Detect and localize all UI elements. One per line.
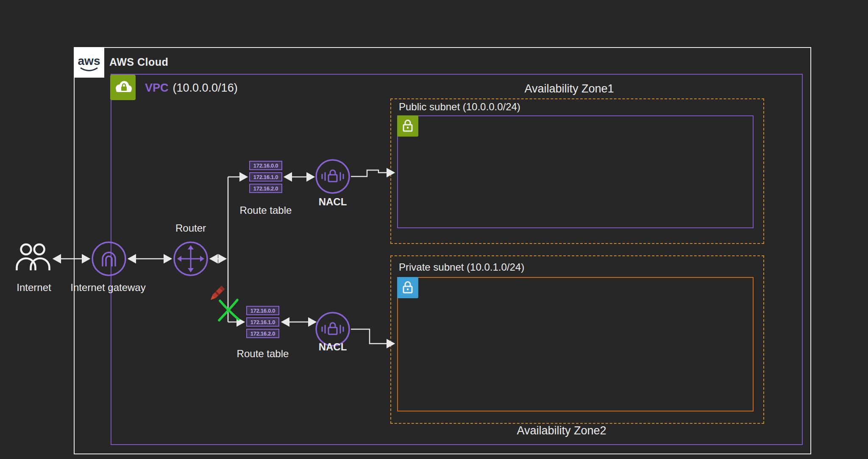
- private-subnet-label: Private subnet (10.0.1.0/24): [399, 261, 524, 273]
- vpc-label: VPC(10.0.0.0/16): [145, 81, 238, 95]
- route-table-top: 172.16.0.0 172.16.1.0 172.16.2.0: [249, 161, 282, 193]
- availability-zone1-label: Availability Zone1: [484, 82, 654, 95]
- users-icon: [14, 239, 52, 277]
- blue-lock-icon: [397, 277, 418, 298]
- route-entry: 172.16.1.0: [246, 317, 279, 327]
- public-subnet-label: Public subnet (10.0.0.0/24): [399, 101, 520, 113]
- green-lock-icon: [397, 115, 418, 137]
- vpc-icon: [110, 75, 136, 100]
- router-label: Router: [157, 222, 225, 234]
- router-arrows-icon: [173, 241, 209, 277]
- nacl-top-icon: [315, 159, 351, 196]
- internet-gateway-icon: [91, 241, 127, 278]
- private-subnet-icon: [397, 277, 418, 300]
- route-entry: 172.16.2.0: [249, 184, 282, 193]
- vpc-cloud-icon: [110, 75, 136, 100]
- aws-logo: aws: [74, 47, 104, 78]
- aws-cloud-label: AWS Cloud: [109, 56, 168, 68]
- vpc-name: VPC: [145, 81, 169, 94]
- route-entry: 172.16.0.0: [249, 161, 282, 170]
- availability-zone2-label: Availability Zone2: [477, 424, 646, 437]
- route-table-top-label: Route table: [223, 204, 308, 216]
- route-entry: 172.16.2.0: [246, 329, 279, 338]
- nacl-bottom-label: NACL: [307, 341, 358, 353]
- internet-icon: [14, 239, 52, 278]
- nacl-top-label: NACL: [307, 196, 358, 208]
- gateway-icon: [91, 241, 127, 277]
- route-entry: 172.16.1.0: [249, 172, 282, 182]
- public-subnet-icon: [397, 115, 418, 138]
- route-entry: 172.16.0.0: [246, 306, 279, 315]
- aws-smile-icon: [81, 68, 97, 71]
- public-subnet-box: [397, 115, 754, 228]
- router-icon: [173, 241, 209, 278]
- route-table-bottom: 172.16.0.0 172.16.1.0 172.16.2.0: [246, 306, 279, 338]
- route-table-bottom-label: Route table: [220, 348, 305, 360]
- aws-logo-text: aws: [78, 54, 100, 67]
- internet-gateway-label: Internet gateway: [53, 282, 163, 294]
- diagram-canvas: aws AWS Cloud VPC(10.0.0.0/16) Availabil…: [0, 0, 868, 459]
- vpc-cidr: (10.0.0.0/16): [173, 81, 238, 94]
- nacl-lock-icon: [315, 159, 351, 194]
- private-subnet-box: [397, 277, 754, 411]
- aws-logo-icon: aws: [74, 47, 104, 78]
